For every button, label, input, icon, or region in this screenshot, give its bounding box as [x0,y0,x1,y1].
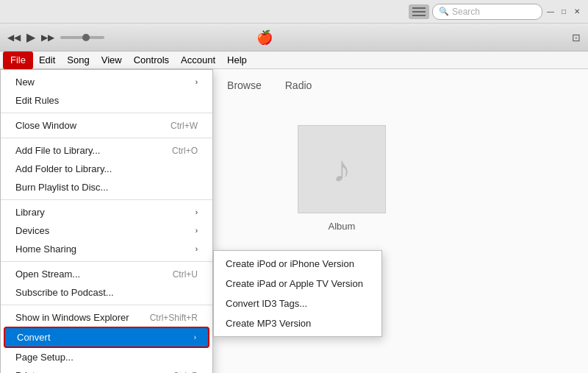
dd-item-burn[interactable]: Burn Playlist to Disc... [1,178,212,196]
separator-4 [1,261,212,262]
dd-item-close-window[interactable]: Close Window Ctrl+W [1,116,212,135]
submenu-item-ipod[interactable]: Create iPod or iPhone Version [214,254,381,274]
menu-item-view[interactable]: View [96,51,128,69]
dd-item-devices[interactable]: Devices › [1,221,212,240]
dd-item-add-file[interactable]: Add File to Library... Ctrl+O [1,141,212,160]
convert-submenu: Create iPod or iPhone Version Create iPa… [213,250,382,337]
search-box[interactable]: 🔍 Search [432,4,542,20]
separator-1 [1,113,212,113]
apple-logo: 🍎 [257,29,273,46]
maximize-button[interactable]: □ [559,7,569,17]
list-line-3 [412,15,426,16]
search-icon: 🔍 [439,7,449,16]
album-label: Album [329,221,356,232]
list-line-1 [412,7,426,9]
search-placeholder: Search [452,7,480,17]
submenu-item-ipad[interactable]: Create iPad or Apple TV Version [214,274,381,294]
dd-item-subscribe[interactable]: Subscribe to Podcast... [1,283,212,302]
menu-bar: File Edit Song View Controls Account Hel… [0,51,588,69]
menu-item-controls[interactable]: Controls [128,51,175,69]
airplay-button[interactable]: ⊡ [572,32,581,43]
volume-slider[interactable] [60,36,104,39]
dd-item-show-explorer[interactable]: Show in Windows Explorer Ctrl+Shift+R [1,308,212,327]
dd-item-add-folder[interactable]: Add Folder to Library... [1,160,212,178]
separator-3 [1,199,212,200]
list-line-2 [412,11,426,13]
dd-item-convert[interactable]: Convert › [4,327,209,348]
dd-item-open-stream[interactable]: Open Stream... Ctrl+U [1,265,212,283]
play-button[interactable]: ▶ [26,30,35,44]
dd-item-page-setup[interactable]: Page Setup... [1,348,212,366]
menu-item-file[interactable]: File [3,51,33,69]
dd-item-edit-rules[interactable]: Edit Rules [1,91,212,110]
title-bar: 🔍 Search — □ ✕ [0,0,588,24]
volume-thumb [82,34,90,41]
menu-item-account[interactable]: Account [175,51,221,69]
menu-item-song[interactable]: Song [61,51,95,69]
music-note-icon: ♪ [333,148,351,191]
separator-5 [1,305,212,305]
title-bar-right: 🔍 Search — □ ✕ [409,4,582,20]
submenu-item-id3[interactable]: Convert ID3 Tags... [214,294,381,313]
dd-item-new[interactable]: New › [1,73,212,91]
playback-bar: ◀◀ ▶ ▶▶ 🍎 ⊡ [0,24,588,51]
separator-2 [1,138,212,138]
dd-item-library[interactable]: Library › [1,203,212,221]
file-dropdown-menu: New › Edit Rules Close Window Ctrl+W Add… [0,69,213,373]
list-view-button[interactable] [409,4,429,19]
dd-item-print[interactable]: Print... Ctrl+P [1,366,212,373]
menu-item-help[interactable]: Help [221,51,253,69]
minimize-button[interactable]: — [545,7,556,17]
menu-item-edit[interactable]: Edit [33,51,61,69]
tab-browse[interactable]: Browse [217,75,272,96]
close-button[interactable]: ✕ [572,7,582,17]
dd-item-home-sharing[interactable]: Home Sharing › [1,240,212,258]
forward-button[interactable]: ▶▶ [41,32,54,43]
tab-radio[interactable]: Radio [275,75,323,96]
album-art: ♪ [298,125,386,213]
submenu-item-mp3[interactable]: Create MP3 Version [214,313,381,333]
rewind-button[interactable]: ◀◀ [7,32,21,43]
